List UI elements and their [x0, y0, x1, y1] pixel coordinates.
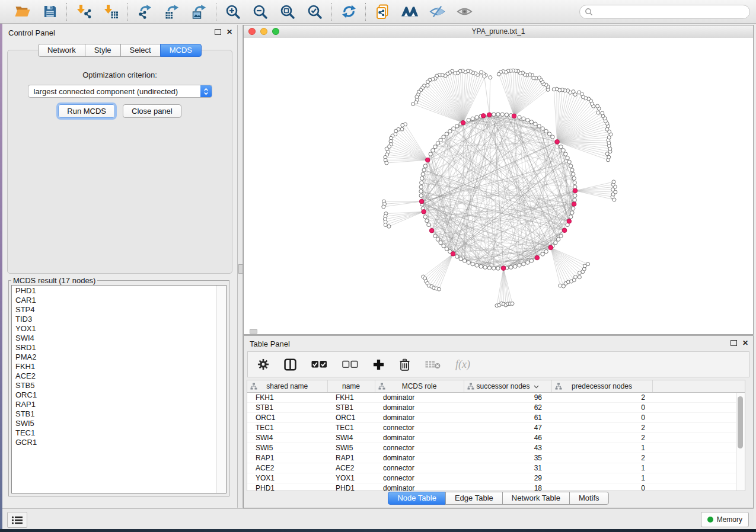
- list-item[interactable]: PHD1: [12, 286, 217, 296]
- zoom-selected-button[interactable]: [306, 3, 324, 21]
- tab-motifs[interactable]: Motifs: [569, 492, 609, 505]
- search-input[interactable]: [596, 7, 745, 17]
- column-header-MCDS-role[interactable]: MCDS role: [375, 380, 464, 393]
- list-item[interactable]: SRD1: [12, 343, 217, 352]
- tab-network[interactable]: Network: [38, 44, 85, 57]
- zoom-fit-icon: [280, 4, 295, 20]
- gear-icon: [257, 358, 269, 370]
- network-graph[interactable]: [244, 38, 753, 334]
- list-item[interactable]: TEC1: [12, 428, 217, 438]
- table-row[interactable]: SWI4SWI4dominator462: [247, 433, 745, 443]
- splitter-handle[interactable]: [238, 264, 243, 274]
- hide-eye-button[interactable]: [428, 3, 446, 21]
- column-header-successor-nodes[interactable]: successor nodes: [464, 380, 551, 393]
- node-table: shared namenameMCDS rolesuccessor nodesp…: [247, 380, 745, 491]
- zoom-in-button[interactable]: [224, 3, 242, 21]
- list-item[interactable]: STP4: [12, 305, 217, 315]
- memory-button[interactable]: Memory: [701, 512, 749, 527]
- table-row[interactable]: SWI5SWI5connector431: [247, 443, 745, 453]
- cell: ACE2: [327, 463, 375, 473]
- close-panel-icon[interactable]: ✕: [227, 28, 232, 36]
- list-item[interactable]: SWI4: [12, 334, 217, 343]
- tab-mcds[interactable]: MCDS: [160, 44, 202, 57]
- table-row[interactable]: PHD1PHD1dominator180: [247, 483, 745, 492]
- select-all-button[interactable]: [311, 360, 327, 368]
- column-header-shared-name[interactable]: shared name: [247, 380, 327, 393]
- tab-select[interactable]: Select: [120, 44, 161, 57]
- export-image-button[interactable]: [190, 3, 208, 21]
- column-header-name[interactable]: name: [327, 380, 375, 393]
- list-item[interactable]: RAP1: [12, 400, 217, 409]
- list-item[interactable]: SWI5: [12, 419, 217, 428]
- table-row[interactable]: ACE2ACE2connector311: [247, 463, 745, 473]
- zoom-out-button[interactable]: [251, 3, 269, 21]
- table-row[interactable]: TEC1TEC1connector472: [247, 423, 745, 433]
- file-group: [6, 3, 66, 21]
- optimization-select[interactable]: largest connected component (undirected): [28, 85, 212, 98]
- zoom-group: [216, 3, 331, 21]
- list-item[interactable]: PMA2: [12, 352, 217, 362]
- list-item[interactable]: CAR1: [12, 296, 217, 305]
- cell: RAP1: [247, 453, 327, 463]
- list-item[interactable]: FKH1: [12, 362, 217, 371]
- table-row[interactable]: STB1STB1dominator620: [247, 403, 745, 413]
- network-document-button[interactable]: [374, 3, 391, 21]
- tab-edge-table[interactable]: Edge Table: [445, 492, 503, 505]
- list-item[interactable]: STB5: [12, 381, 217, 390]
- table-settings-button[interactable]: [257, 358, 269, 370]
- open-button[interactable]: [14, 3, 31, 21]
- binoculars-button[interactable]: [401, 3, 419, 21]
- export-table-button[interactable]: [163, 3, 181, 21]
- delete-button[interactable]: [399, 358, 410, 371]
- import-table-button[interactable]: [102, 3, 120, 21]
- vertical-splitter[interactable]: [238, 25, 243, 508]
- float-panel-icon[interactable]: [215, 29, 221, 35]
- zoom-fit-button[interactable]: [279, 3, 296, 21]
- import-network-button[interactable]: [75, 3, 92, 21]
- run-mcds-button[interactable]: Run MCDS: [58, 104, 115, 118]
- list-item[interactable]: TID3: [12, 315, 217, 324]
- delete-table-button[interactable]: [425, 360, 441, 369]
- column-header-predecessor-nodes[interactable]: predecessor nodes: [551, 380, 652, 393]
- float-panel-icon[interactable]: [731, 340, 737, 346]
- cell: 0: [551, 483, 652, 492]
- column-label: shared name: [266, 382, 308, 390]
- add-row-button[interactable]: [373, 359, 384, 370]
- eye-hidden-icon: [429, 5, 445, 18]
- function-builder-button[interactable]: f(x): [455, 358, 470, 371]
- table-row[interactable]: ORC1ORC1dominator610: [247, 413, 745, 423]
- close-panel-button[interactable]: Close panel: [123, 104, 181, 118]
- list-item[interactable]: ACE2: [12, 371, 217, 381]
- tab-node-table[interactable]: Node Table: [388, 492, 446, 505]
- scrollbar-thumb[interactable]: [738, 396, 743, 448]
- horizontal-splitter-handle[interactable]: [250, 329, 257, 334]
- cell: 61: [464, 413, 551, 423]
- deselect-all-button[interactable]: [342, 360, 358, 368]
- table-row[interactable]: RAP1RAP1dominator352: [247, 453, 745, 463]
- show-column-button[interactable]: [284, 358, 296, 371]
- refresh-button[interactable]: [340, 3, 358, 21]
- list-item[interactable]: GCR1: [12, 438, 217, 447]
- zoom-in-icon: [225, 4, 241, 20]
- table-row[interactable]: YOX1YOX1connector291: [247, 473, 745, 483]
- network-window-titlebar[interactable]: YPA_prune.txt_1: [244, 25, 753, 39]
- list-item[interactable]: ORC1: [12, 390, 217, 400]
- tab-network-table[interactable]: Network Table: [502, 492, 570, 505]
- table-scrollbar[interactable]: [736, 393, 745, 491]
- zoom-check-icon: [307, 4, 323, 20]
- tab-style[interactable]: Style: [85, 44, 121, 57]
- list-item[interactable]: YOX1: [12, 324, 217, 334]
- status-menu-button[interactable]: [7, 512, 27, 528]
- table-row[interactable]: FKH1FKH1dominator962: [247, 393, 745, 403]
- cell: 1: [551, 443, 652, 453]
- save-button[interactable]: [41, 3, 59, 21]
- cell: 2: [551, 393, 652, 403]
- list-scrollbar[interactable]: [216, 286, 226, 493]
- column-label: predecessor nodes: [572, 382, 632, 390]
- close-panel-icon[interactable]: ✕: [742, 339, 748, 347]
- cell: ACE2: [247, 463, 327, 473]
- list-item[interactable]: STB1: [12, 409, 217, 419]
- export-network-icon: [137, 4, 152, 20]
- export-network-button[interactable]: [136, 3, 154, 21]
- show-eye-button[interactable]: [455, 3, 473, 21]
